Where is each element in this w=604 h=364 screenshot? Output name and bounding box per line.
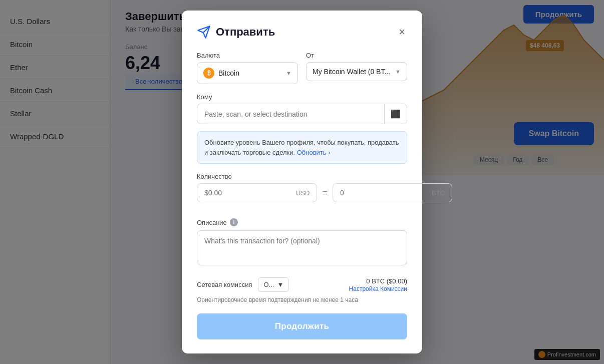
fee-row: Сетевая комиссия О... ▼ 0 BTC ($0,00) На…	[197, 276, 407, 292]
fee-select[interactable]: О... ▼	[258, 277, 289, 292]
amount-usd-unit: USD	[296, 189, 310, 197]
qr-button[interactable]: ⬛	[384, 104, 407, 124]
fee-chevron-icon: ▼	[277, 281, 283, 288]
qr-icon: ⬛	[391, 109, 401, 119]
description-label-row: Описание i	[197, 218, 407, 226]
amount-usd-group: USD	[197, 183, 317, 202]
recipient-group: Кому ⬛	[197, 93, 407, 124]
modal-overlay: Отправить × Валюта ₿ Bitcoin ▼ От My Bit…	[0, 0, 604, 364]
destination-input[interactable]	[197, 104, 384, 124]
currency-from-row: Валюта ₿ Bitcoin ▼ От My Bitcoin Wallet …	[197, 52, 407, 84]
chevron-down-icon: ▼	[286, 70, 291, 76]
amount-usd-input[interactable]	[204, 189, 292, 197]
amount-btc-group: BTC	[333, 183, 452, 202]
from-group: От My Bitcoin Wallet (0 BT... ▼	[306, 52, 407, 84]
destination-input-wrapper: ⬛	[197, 104, 407, 124]
description-textarea[interactable]	[197, 230, 407, 265]
modal-title: Отправить	[216, 26, 275, 39]
recipient-label: Кому	[197, 93, 407, 101]
currency-select[interactable]: ₿ Bitcoin ▼	[197, 62, 298, 84]
modal-title-group: Отправить	[197, 25, 275, 39]
from-select[interactable]: My Bitcoin Wallet (0 BT... ▼	[306, 62, 407, 81]
close-button[interactable]: ×	[397, 25, 407, 40]
btc-icon: ₿	[203, 68, 214, 79]
info-banner-link[interactable]: Обновить	[297, 149, 331, 156]
info-icon: i	[230, 218, 238, 226]
info-banner: Обновите уровень Вашего профиля, чтобы п…	[197, 131, 407, 164]
currency-group: Валюта ₿ Bitcoin ▼	[197, 52, 298, 84]
amount-label: Количество	[197, 173, 407, 180]
fee-amount-group: 0 BTC ($0,00) Настройка Комиссии	[349, 276, 407, 292]
fee-option-text: О...	[263, 281, 274, 288]
amount-row: USD = BTC	[197, 183, 407, 202]
currency-value: Bitcoin	[218, 69, 282, 77]
from-value: My Bitcoin Wallet (0 BT...	[313, 68, 391, 76]
send-icon	[197, 25, 211, 39]
amount-btc-input[interactable]	[340, 189, 428, 197]
send-modal: Отправить × Валюта ₿ Bitcoin ▼ От My Bit…	[182, 11, 422, 353]
fee-amount-value: 0 BTC ($0,00)	[366, 277, 407, 285]
from-label: От	[306, 52, 407, 59]
equals-sign: =	[322, 188, 328, 198]
amount-btc-unit: BTC	[432, 189, 445, 197]
amount-group: Количество USD = BTC	[197, 173, 407, 211]
fee-settings-link[interactable]: Настройка Комиссии	[349, 285, 407, 292]
confirmation-time: Ориентировочное время подтверждения не м…	[197, 296, 407, 303]
from-chevron-icon: ▼	[395, 69, 401, 75]
fee-label: Сетевая комиссия	[197, 281, 252, 288]
currency-label: Валюта	[197, 52, 298, 59]
modal-header: Отправить ×	[197, 25, 407, 40]
submit-button[interactable]: Продолжить	[197, 313, 407, 339]
description-label: Описание	[197, 219, 227, 226]
